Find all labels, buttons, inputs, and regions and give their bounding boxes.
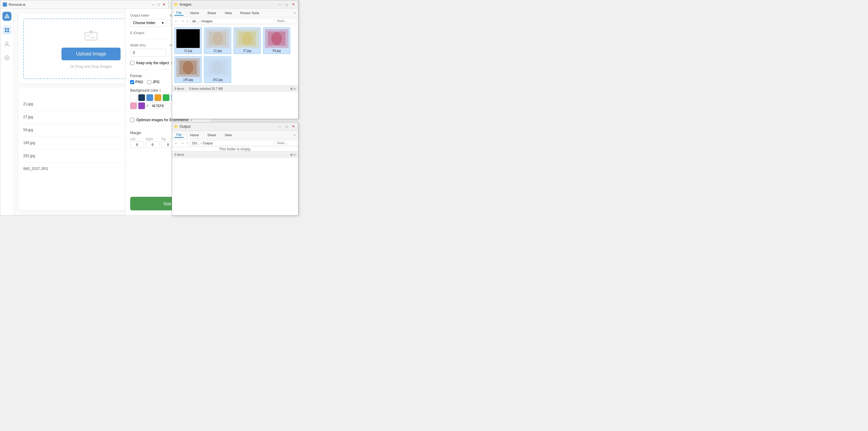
file-thumb[interactable]: 12.jpg [175,27,202,54]
output-address-bar: ← → ↑ [172,139,298,147]
margin-left-label: Left [130,137,144,141]
app-icon [3,2,7,7]
explorer-images-window: 📁 Images ─ □ ✕ File Home Share View Pict… [172,0,299,119]
ribbon-expand-icon[interactable]: ∧ [293,11,296,14]
format-jpg-checkbox[interactable] [147,80,151,84]
file-thumb[interactable]: 21.jpg [204,27,231,54]
images-close-button[interactable]: ✕ [290,2,296,7]
color-swatch-purple[interactable] [138,102,145,109]
svg-point-0 [6,16,7,17]
search-input[interactable] [275,19,296,24]
output-ribbon: File Home Share View ∧ [172,131,298,139]
color-swatch-blue[interactable] [147,94,153,101]
output-maximize-button[interactable]: □ [284,124,290,129]
margin-right-input[interactable] [146,141,159,148]
list-view-icon[interactable]: ≡ [294,87,296,90]
output-grid-view-icon[interactable]: ⊞ [290,153,293,156]
output-ribbon-tab-file[interactable]: File [175,132,184,138]
svg-point-28 [213,61,223,74]
thumb-image [235,29,259,48]
svg-rect-4 [7,30,9,32]
file-item-name: IMG_0157.JPG [23,167,133,171]
margin-left-input[interactable] [130,141,144,148]
images-ribbon: File Home Share View Picture Tools ∧ [172,9,298,17]
explorer-output-window: 📁 Output ─ □ ✕ File Home Share View ∧ ← … [172,122,299,216]
ribbon-tab-picture-tools[interactable]: Picture Tools [239,10,261,16]
file-thumb[interactable]: 59.jpg [263,27,290,54]
bg-color-info-icon[interactable]: ℹ [159,88,161,93]
format-jpg-label: JPG [153,80,159,84]
hash-symbol: # [147,104,149,108]
svg-point-16 [213,32,223,45]
width-input[interactable] [130,49,166,57]
file-thumb[interactable]: 262.jpg [204,56,231,83]
drop-hint-text: Or Drag and Drop Images [70,64,112,69]
ribbon-tab-share[interactable]: Share [206,10,218,16]
optimize-checkbox[interactable] [130,118,134,122]
upload-image-button[interactable]: Upload Image [61,48,121,60]
keep-object-checkbox[interactable] [130,61,134,65]
thumb-label: 12.jpg [184,49,192,53]
output-close-button[interactable]: ✕ [290,124,296,129]
file-thumb[interactable]: 185.jpg [175,56,202,83]
images-maximize-button[interactable]: □ [284,2,290,7]
output-ribbon-expand-icon[interactable]: ∧ [293,133,296,136]
output-minimize-button[interactable]: ─ [277,124,283,129]
images-file-grid: 12.jpg 21.jpg 27.jpg [172,25,298,85]
sidebar-item-batch[interactable] [2,26,11,35]
ribbon-tab-view[interactable]: View [223,10,234,16]
images-status-bar: 9 items 9 items selected 35.7 MB ⊞ ≡ [172,85,298,92]
grid-view-icon[interactable]: ⊞ [290,87,293,90]
output-ribbon-tab-share[interactable]: Share [206,133,218,137]
color-swatch-dark-blue[interactable] [138,94,145,101]
address-path-input[interactable] [190,19,274,24]
format-png-checkbox[interactable] [130,80,134,84]
svg-point-5 [6,42,8,44]
ribbon-tab-home[interactable]: Home [188,10,201,16]
output-nav-back-button[interactable]: ← [174,141,179,146]
choose-folder-select[interactable]: Choose folder ▾ [130,19,166,27]
color-swatch-orange[interactable] [155,94,161,101]
empty-folder-message: This folder is empty. [172,147,298,151]
margin-right-label: Right [146,137,159,141]
svg-point-9 [87,35,89,37]
output-ribbon-tab-view[interactable]: View [223,133,234,137]
images-item-count: 9 items [175,87,184,90]
svg-marker-7 [6,57,8,59]
format-jpg-option[interactable]: JPG [147,80,159,84]
maximize-button[interactable]: □ [156,2,161,7]
hex-color-input[interactable] [150,103,171,109]
file-thumb[interactable]: 27.jpg [234,27,261,54]
color-swatch-white[interactable] [130,94,137,101]
minimize-button[interactable]: ─ [151,2,155,7]
output-search-input[interactable] [275,141,296,146]
ribbon-tab-file[interactable]: File [175,10,184,16]
svg-rect-2 [7,28,9,30]
close-button[interactable]: ✕ [162,2,166,7]
format-label: Format [130,74,142,78]
thumb-image [206,58,230,77]
nav-up-button[interactable]: ↑ [186,19,189,24]
output-status-bar: 0 items ⊞ ≡ [172,151,298,158]
choose-folder-text: Choose folder [133,21,156,25]
images-title: Images [180,2,276,7]
margin-right-field: Right [146,137,159,148]
output-nav-up-button[interactable]: ↑ [186,141,189,146]
thumb-label: 185.jpg [183,78,193,81]
output-nav-forward-button[interactable]: → [180,141,185,146]
output-ribbon-tab-home[interactable]: Home [188,133,201,137]
color-swatch-pink[interactable] [130,102,137,109]
status-view-icons: ⊞ ≡ [290,87,296,90]
sidebar-item-play[interactable] [2,53,11,62]
title-bar-controls: ─ □ ✕ [151,2,166,7]
sidebar-item-user[interactable] [2,39,11,49]
nav-back-button[interactable]: ← [174,19,179,24]
images-titlebar: 📁 Images ─ □ ✕ [172,0,298,9]
color-swatch-green[interactable] [163,94,169,101]
output-list-view-icon[interactable]: ≡ [294,153,296,156]
svg-point-19 [242,32,253,45]
format-png-option[interactable]: PNG [130,80,143,84]
nav-forward-button[interactable]: → [180,19,185,24]
images-minimize-button[interactable]: ─ [277,2,283,7]
output-address-path-input[interactable] [190,141,274,146]
